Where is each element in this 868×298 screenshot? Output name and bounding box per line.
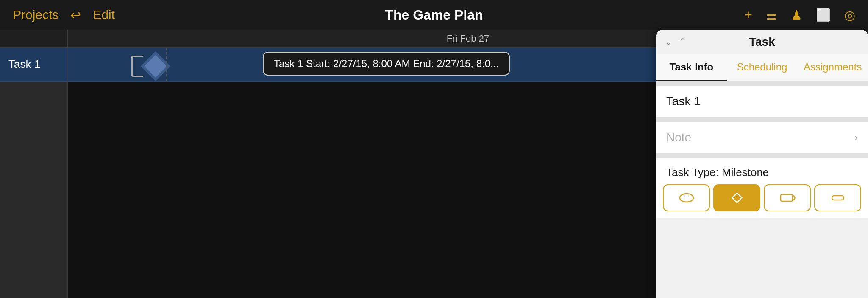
task-type-buttons [656, 184, 868, 218]
nav-right: + ⚌ ♟ ⬜ ◎ [744, 7, 855, 23]
person-icon[interactable]: ♟ [791, 8, 802, 22]
task-type-milestone-button[interactable] [713, 184, 760, 211]
nav-left: Projects ↩ Edit [13, 8, 115, 22]
plain-icon [829, 189, 846, 206]
section-divider-2 [656, 117, 868, 122]
milestone-diamond-container [143, 54, 168, 79]
timeline-container: Task 1 Fri Feb 27 Task 1 [0, 30, 868, 298]
task-name-field[interactable]: Task 1 [656, 86, 868, 117]
timeline-date: Fri Feb 27 [447, 33, 489, 44]
panel-title: Task [749, 35, 775, 49]
task-type-oval-button[interactable] [663, 184, 710, 211]
sidebar-header [0, 30, 67, 48]
note-chevron: › [854, 132, 858, 143]
section-divider-1 [656, 81, 868, 86]
task-type-section: Task Type: Milestone [656, 158, 868, 218]
svg-rect-2 [781, 194, 793, 201]
tab-task-info[interactable]: Task Info [656, 54, 727, 81]
task-row-1[interactable]: Task 1 [0, 48, 67, 82]
svg-point-0 [680, 194, 693, 202]
panel-down-arrow[interactable]: ⌄ [665, 37, 672, 48]
add-icon[interactable]: + [744, 7, 752, 23]
task-type-plain-button[interactable] [814, 184, 861, 211]
task-row-label: Task 1 [8, 58, 40, 71]
section-divider-3 [656, 153, 868, 158]
task-type-label: Task Type: Milestone [656, 158, 868, 184]
svg-rect-5 [832, 196, 844, 200]
edit-button[interactable]: Edit [93, 8, 115, 22]
task-name-value: Task 1 [666, 95, 701, 108]
back-button[interactable]: ↩ [70, 8, 81, 22]
task-type-banner-button[interactable] [764, 184, 811, 211]
svg-rect-1 [732, 193, 742, 203]
milestone-diamond-inner [144, 55, 167, 78]
panel-nav: ⌄ ⌃ Task [656, 30, 868, 54]
note-field[interactable]: Note › [656, 122, 868, 153]
diamond-icon [729, 189, 746, 206]
task-sidebar: Task 1 [0, 30, 68, 298]
page-title: The Game Plan [385, 7, 483, 23]
panel-nav-arrows: ⌄ ⌃ [665, 37, 687, 48]
milestone-marker[interactable] [131, 54, 168, 79]
projects-button[interactable]: Projects [13, 8, 58, 22]
svg-line-3 [793, 195, 795, 198]
panel-up-arrow[interactable]: ⌃ [679, 37, 687, 48]
task-tooltip: Task 1 Start: 2/27/15, 8:00 AM End: 2/27… [263, 52, 510, 76]
tab-scheduling[interactable]: Scheduling [727, 54, 798, 81]
panel-tabs: Task Info Scheduling Assignments [656, 54, 868, 81]
note-placeholder: Note › [666, 131, 858, 144]
briefcase-icon[interactable]: ⬜ [816, 8, 831, 22]
oval-icon [678, 189, 695, 206]
task-panel: ⌄ ⌃ Task Task Info Scheduling Assignment… [656, 30, 868, 298]
svg-line-4 [793, 198, 795, 200]
dashed-line [166, 48, 167, 81]
top-nav: Projects ↩ Edit The Game Plan + ⚌ ♟ ⬜ ◎ [0, 0, 868, 30]
tab-assignments[interactable]: Assignments [797, 54, 868, 81]
tooltip-text: Task 1 Start: 2/27/15, 8:00 AM End: 2/27… [274, 58, 499, 69]
stack-icon[interactable]: ⚌ [766, 8, 777, 22]
eye-icon[interactable]: ◎ [844, 8, 855, 22]
panel-body: Task 1 Note › Task Type: Milestone [656, 81, 868, 218]
banner-icon [779, 189, 796, 206]
